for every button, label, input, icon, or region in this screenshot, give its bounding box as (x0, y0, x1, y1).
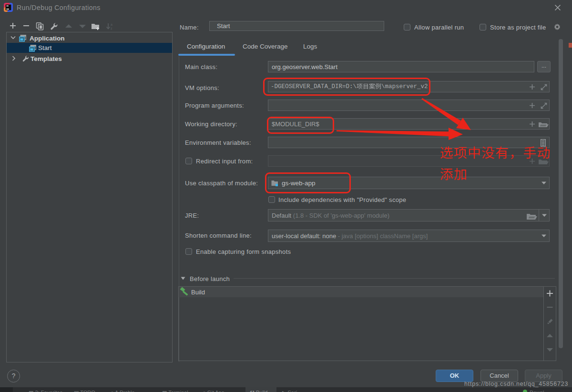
svg-text:a: a (111, 23, 112, 26)
svg-text:z: z (111, 27, 112, 30)
